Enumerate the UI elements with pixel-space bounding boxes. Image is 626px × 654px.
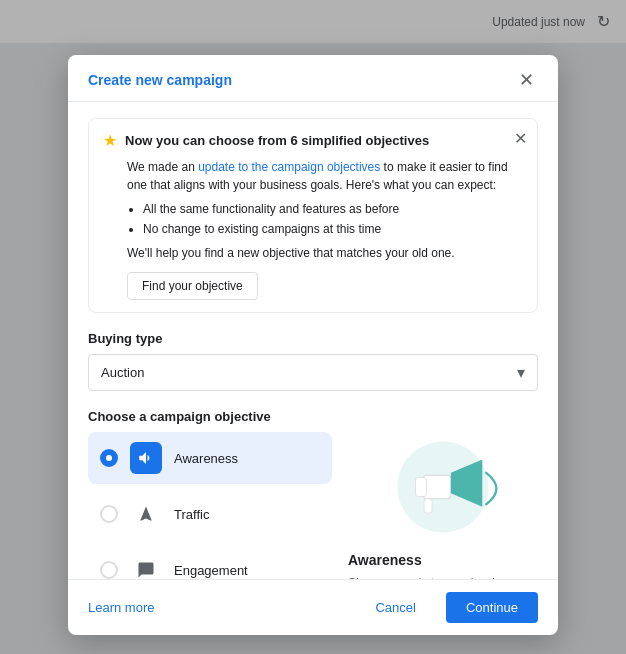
awareness-icon [130, 442, 162, 474]
campaign-objectives-link[interactable]: update to the campaign objectives [198, 160, 380, 174]
traffic-label: Traffic [174, 507, 209, 522]
modal-header: Create new campaign ✕ [68, 55, 558, 102]
radio-awareness [100, 449, 118, 467]
learn-more-link[interactable]: Learn more [88, 600, 154, 615]
objectives-section-label: Choose a campaign objective [88, 409, 538, 424]
footer-buttons: Cancel Continue [355, 592, 538, 623]
traffic-icon [130, 498, 162, 530]
buying-type-value: Auction [101, 365, 144, 380]
objective-item-engagement[interactable]: Engagement [88, 544, 332, 579]
svg-rect-4 [424, 499, 432, 513]
info-banner-close-button[interactable]: ✕ [514, 129, 527, 148]
objective-item-traffic[interactable]: Traffic [88, 488, 332, 540]
info-banner-title: Now you can choose from 6 simplified obj… [125, 133, 429, 148]
objectives-section: Choose a campaign objective Awareness [88, 409, 538, 579]
awareness-label: Awareness [174, 451, 238, 466]
buying-type-dropdown[interactable]: Auction ▾ [88, 354, 538, 391]
objective-detail-panel: Awareness Show your ads to people who ar… [348, 432, 538, 579]
bullet-2: No change to existing campaigns at this … [143, 220, 523, 238]
info-banner-bullets: All the same functionality and features … [143, 200, 523, 238]
modal-body: ★ Now you can choose from 6 simplified o… [68, 102, 558, 579]
bullet-1: All the same functionality and features … [143, 200, 523, 218]
modal-footer: Learn more Cancel Continue [68, 579, 558, 635]
buying-type-section: Buying type Auction ▾ [88, 331, 538, 391]
cancel-button[interactable]: Cancel [355, 592, 435, 623]
find-objective-button[interactable]: Find your objective [127, 272, 258, 300]
radio-traffic [100, 505, 118, 523]
buying-type-label: Buying type [88, 331, 538, 346]
objectives-container: Awareness Traffic [88, 432, 538, 579]
star-icon: ★ [103, 131, 117, 150]
svg-rect-1 [423, 475, 451, 499]
awareness-illustration [378, 432, 508, 542]
objectives-list: Awareness Traffic [88, 432, 332, 579]
chevron-down-icon: ▾ [517, 363, 525, 382]
modal-close-button[interactable]: ✕ [515, 69, 538, 91]
continue-button[interactable]: Continue [446, 592, 538, 623]
info-banner-footer-text: We'll help you find a new objective that… [127, 244, 523, 262]
svg-rect-3 [416, 478, 427, 497]
objective-item-awareness[interactable]: Awareness [88, 432, 332, 484]
radio-engagement [100, 561, 118, 579]
modal-overlay: Create new campaign ✕ ★ Now you can choo… [0, 0, 626, 654]
info-banner-header: ★ Now you can choose from 6 simplified o… [103, 131, 523, 150]
info-banner: ★ Now you can choose from 6 simplified o… [88, 118, 538, 313]
detail-title: Awareness [348, 552, 422, 568]
create-campaign-modal: Create new campaign ✕ ★ Now you can choo… [68, 55, 558, 635]
info-banner-body: We made an update to the campaign object… [127, 158, 523, 262]
info-banner-body-text1: We made an [127, 160, 198, 174]
engagement-icon [130, 554, 162, 579]
modal-title: Create new campaign [88, 72, 232, 88]
engagement-label: Engagement [174, 563, 248, 578]
